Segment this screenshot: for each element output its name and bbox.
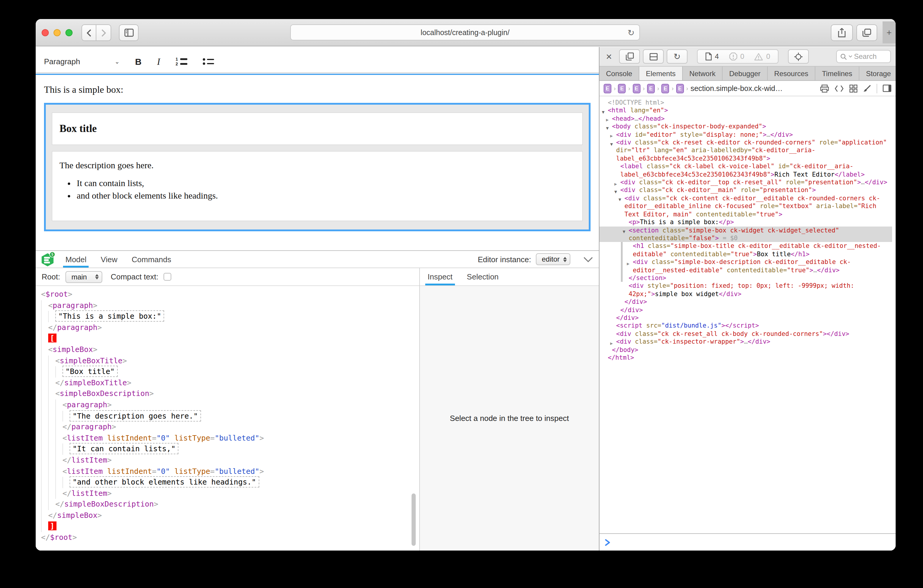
dom-tree-line[interactable]: ▶<div id="editor" style="display: none;"…: [599, 130, 892, 138]
compact-text-checkbox[interactable]: [164, 273, 172, 281]
web-inspector-tab-resources[interactable]: Resources: [768, 67, 816, 80]
console-prompt[interactable]: [599, 533, 896, 550]
web-inspector-tab-console[interactable]: Console: [599, 67, 639, 80]
dom-tree-line[interactable]: <!DOCTYPE html>: [599, 99, 892, 107]
dom-tree-line[interactable]: ▶<div class="simple-box-description ck-e…: [599, 258, 892, 274]
dom-tree-line[interactable]: ▼<section class="simple-box ck-widget ck…: [599, 226, 892, 242]
dom-tree-line[interactable]: </div>: [599, 314, 892, 322]
dock-side-button[interactable]: [643, 49, 664, 64]
dom-tree-line[interactable]: ▼<div class="ck ck-content ck-editor__ed…: [599, 194, 892, 218]
model-tree-line[interactable]: </paragraph>: [36, 322, 419, 333]
simple-box-description-field[interactable]: The description goes here. It can contai…: [52, 151, 583, 221]
intro-paragraph[interactable]: This is a simple box:: [44, 84, 591, 95]
model-tree-line[interactable]: <simpleBoxDescription>: [36, 389, 419, 399]
styles-brush-icon[interactable]: [863, 84, 871, 92]
root-select[interactable]: main: [66, 271, 102, 283]
collapse-inspector-chevron-icon[interactable]: [583, 256, 593, 262]
model-tree-line[interactable]: <simpleBoxTitle>: [36, 355, 419, 366]
source-code-icon[interactable]: [834, 85, 844, 92]
italic-button[interactable]: I: [157, 56, 160, 67]
web-inspector-tab-storage[interactable]: Storage: [859, 67, 896, 80]
dom-tree-line[interactable]: <label class="ck ck-label ck-voice-label…: [599, 163, 892, 179]
forward-button[interactable]: [96, 25, 111, 41]
dom-tree-line[interactable]: </body>: [599, 346, 892, 354]
dom-tree-line[interactable]: ▼<div class="ck ck-editor__main" role="p…: [599, 186, 892, 194]
minimize-window-button[interactable]: [54, 29, 61, 36]
model-tree-line[interactable]: <listItem listIndent="0" listType="bulle…: [36, 466, 419, 477]
dom-tree-line[interactable]: </html>: [599, 354, 892, 362]
layout-grid-icon[interactable]: [849, 84, 857, 92]
dom-tree-line[interactable]: <h1 class="simple-box-title ck-editor__e…: [599, 242, 892, 258]
bold-button[interactable]: B: [135, 56, 141, 67]
dom-tree-line[interactable]: <script src="dist/bundle.js"></script>: [599, 322, 892, 330]
reload-page-button[interactable]: ↻: [667, 49, 688, 64]
dom-tree-line[interactable]: <div style="position: fixed; top: 0px; l…: [599, 282, 892, 298]
inspector-search-field[interactable]: Search: [836, 50, 891, 63]
reload-icon[interactable]: ↻: [628, 28, 635, 37]
model-tree-line[interactable]: </simpleBoxDescription>: [36, 499, 419, 510]
element-badge[interactable]: E: [618, 84, 626, 93]
dom-tree-line[interactable]: </section>: [599, 274, 892, 282]
model-tree-line[interactable]: <paragraph>: [36, 399, 419, 411]
editor-instance-select[interactable]: editor: [536, 253, 570, 265]
simple-box-widget[interactable]: Box title The description goes here. It …: [44, 103, 591, 231]
tab-overview-button[interactable]: [856, 25, 877, 41]
model-tree-line[interactable]: </paragraph>: [36, 422, 419, 432]
collapse-node-arrow-icon[interactable]: ▼: [610, 140, 613, 148]
model-tree-line[interactable]: ]: [36, 521, 419, 532]
model-tree-line[interactable]: </listItem>: [36, 455, 419, 466]
dom-tree-line[interactable]: ▶<div class="ck-inspector-wrapper">…</di…: [599, 338, 892, 346]
dom-tree-line[interactable]: ▼<div class="ck ck-reset ck-editor ck-ro…: [599, 138, 892, 162]
dom-tree-line[interactable]: <div class="ck ck-reset_all ck-body ck-r…: [599, 330, 892, 338]
inspector-tab-commands[interactable]: Commands: [132, 251, 171, 268]
model-tree-line[interactable]: "and other block elements like headings.…: [36, 477, 419, 488]
back-button[interactable]: [82, 25, 96, 41]
element-badge[interactable]: E: [647, 84, 655, 93]
numbered-list-button[interactable]: 1 2: [176, 57, 188, 66]
element-picker-button[interactable]: [788, 49, 809, 64]
model-tree-line[interactable]: <simpleBox>: [36, 344, 419, 355]
print-styles-icon[interactable]: [820, 84, 829, 92]
element-badge[interactable]: E: [632, 84, 640, 93]
model-tree-line[interactable]: <listItem listIndent="0" listType="bulle…: [36, 432, 419, 443]
model-tree-line[interactable]: "It can contain lists,": [36, 444, 419, 455]
model-tree-line[interactable]: </listItem>: [36, 488, 419, 499]
new-tab-button[interactable]: +: [882, 21, 896, 43]
editor-editable-area[interactable]: This is a simple box: Box title The desc…: [36, 74, 599, 250]
model-tree-line[interactable]: <paragraph>: [36, 300, 419, 311]
model-tree-line[interactable]: [: [36, 333, 419, 344]
inspect-pane-tab-inspect[interactable]: Inspect: [428, 268, 453, 286]
simple-box-title-field[interactable]: Box title: [52, 112, 583, 145]
model-tree-line[interactable]: "Box title": [36, 366, 419, 377]
web-inspector-tab-elements[interactable]: Elements: [639, 67, 683, 80]
model-tree-scrollbar[interactable]: [412, 493, 416, 546]
collapse-node-arrow-icon[interactable]: ▼: [622, 228, 625, 236]
web-inspector-tab-timelines[interactable]: Timelines: [815, 67, 859, 80]
element-badge[interactable]: E: [676, 84, 684, 93]
model-tree-line[interactable]: </simpleBoxTitle>: [36, 378, 419, 389]
sidebar-button[interactable]: [119, 25, 139, 41]
inspector-tab-model[interactable]: Model: [66, 251, 87, 268]
close-inspector-button[interactable]: ✕: [604, 52, 614, 61]
element-badge[interactable]: E: [604, 84, 611, 93]
model-tree-line[interactable]: </simpleBox>: [36, 510, 419, 521]
activity-summary[interactable]: 4 0 0: [697, 49, 778, 64]
web-inspector-tab-network[interactable]: Network: [683, 67, 723, 80]
detach-inspector-button[interactable]: [619, 49, 640, 64]
element-badge[interactable]: E: [662, 84, 669, 93]
breadcrumb-selected-node[interactable]: section.simple-box.ck-wid…: [690, 84, 783, 92]
dom-tree-line[interactable]: ▶<div class="ck ck-editor__top ck-reset_…: [599, 178, 892, 186]
dom-tree-line[interactable]: <p>This is a simple box:</p>: [599, 218, 892, 226]
bulleted-list-button[interactable]: [203, 58, 214, 65]
model-tree-line[interactable]: <$root>: [36, 289, 419, 300]
model-tree-line[interactable]: "This is a simple box:": [36, 311, 419, 322]
inspector-tab-view[interactable]: View: [101, 251, 117, 268]
dom-tree-line[interactable]: ▼<body class="ck-inspector-body-expanded…: [599, 123, 892, 130]
collapse-node-arrow-icon[interactable]: ▼: [619, 196, 621, 204]
close-window-button[interactable]: [42, 29, 49, 36]
details-sidebar-toggle-icon[interactable]: [882, 84, 892, 92]
dom-tree-line[interactable]: </div>: [599, 306, 892, 314]
model-tree-line[interactable]: </$root>: [36, 532, 419, 543]
web-inspector-tab-debugger[interactable]: Debugger: [723, 67, 767, 80]
dom-tree-line[interactable]: ▶<head>…</head>: [599, 115, 892, 123]
